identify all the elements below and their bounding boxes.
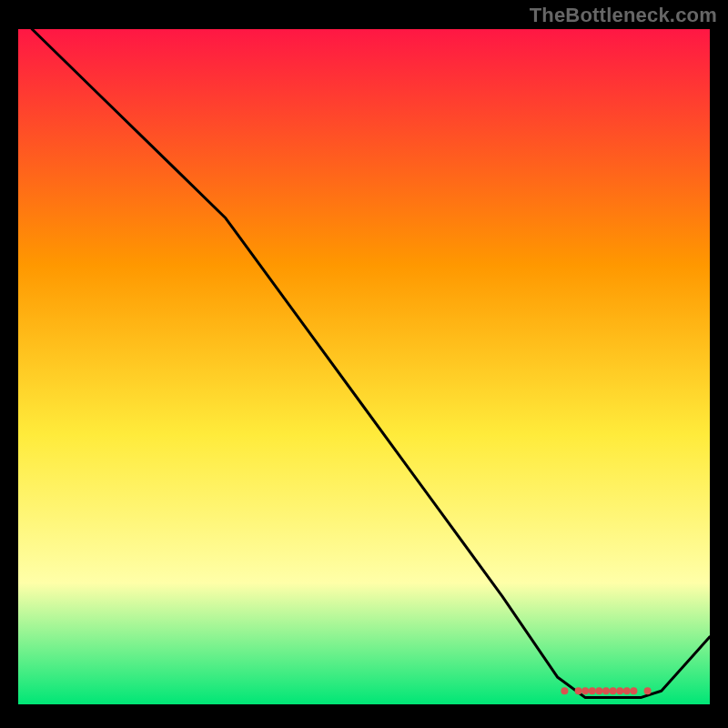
plot-background: [18, 29, 710, 704]
marker-dot: [644, 687, 652, 694]
chart-stage: TheBottleneck.com: [0, 0, 728, 728]
marker-dot: [575, 687, 582, 694]
watermark-text: TheBottleneck.com: [530, 4, 717, 27]
marker-dot: [581, 687, 589, 694]
marker-dot: [602, 687, 610, 694]
marker-dot: [630, 687, 637, 694]
marker-dot: [589, 687, 596, 694]
marker-dot: [610, 687, 617, 694]
marker-dot: [623, 687, 631, 694]
marker-dot: [595, 687, 602, 694]
bottleneck-chart: [0, 0, 728, 728]
marker-dot: [616, 687, 623, 694]
marker-dot: [561, 687, 568, 694]
